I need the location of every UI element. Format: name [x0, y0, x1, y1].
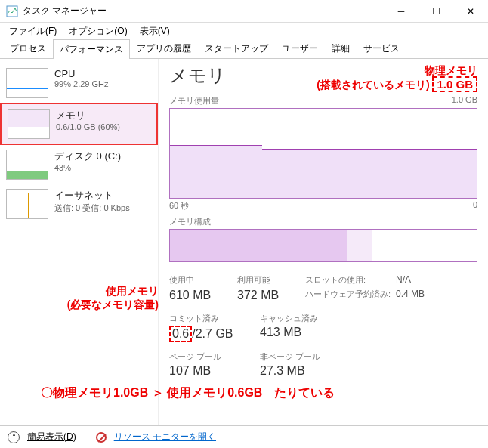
sidebar-item-memory[interactable]: メモリ 0.6/1.0 GB (60%)	[0, 103, 158, 145]
svg-rect-0	[7, 6, 17, 17]
tab-processes[interactable]: プロセス	[3, 39, 53, 58]
footer: ˄ 簡易表示(D) リソース モニターを開く	[0, 425, 488, 448]
sidebar-memory-title: メモリ	[56, 109, 120, 122]
main-title: メモリ	[169, 63, 226, 88]
window-controls: ─ ☐ ✕	[384, 0, 488, 23]
content: CPU 99% 2.29 GHz メモリ 0.6/1.0 GB (60%) ディ…	[0, 59, 488, 425]
sidebar-disk-title: ディスク 0 (C:)	[54, 150, 121, 163]
app-icon	[6, 5, 18, 17]
total-memory-value: 1.0 GB	[432, 76, 477, 92]
menubar: ファイル(F) オプション(O) 表示(V)	[0, 23, 488, 39]
sidebar-disk-sub: 43%	[54, 163, 121, 172]
tab-startup[interactable]: スタートアップ	[198, 39, 275, 58]
annotation-conclusion: 〇物理メモリ1.0GB ＞ 使用メモリ0.6GB たりている	[41, 385, 477, 401]
sidebar-item-disk[interactable]: ディスク 0 (C:) 43%	[0, 145, 158, 184]
annotation-used-line1: 使用メモリ	[38, 284, 159, 298]
window-title: タスク マネージャー	[23, 5, 384, 17]
sidebar-cpu-sub: 99% 2.29 GHz	[54, 79, 109, 88]
stats-grid-2: コミット済み キャッシュ済み 0.6/2.7 GB 413 MB ページ プール…	[169, 313, 477, 378]
annotation-used-memory: 使用メモリ (必要なメモリ容量)	[38, 284, 159, 311]
cpu-thumb-chart	[6, 68, 48, 98]
committed-label: コミット済み	[169, 313, 260, 324]
committed-value: 0.6/2.7 GB	[169, 326, 260, 342]
composition-label: メモリ構成	[169, 216, 477, 227]
tab-app-history[interactable]: アプリの履歴	[130, 39, 198, 58]
ethernet-thumb-chart	[6, 189, 48, 219]
minimize-button[interactable]: ─	[384, 0, 419, 23]
menu-file[interactable]: ファイル(F)	[5, 23, 61, 39]
usage-max: 1.0 GB	[452, 95, 477, 107]
sidebar-ethernet-title: イーサネット	[54, 189, 130, 202]
tab-services[interactable]: サービス	[357, 39, 406, 58]
nonpaged-label: 非ページ プール	[260, 351, 351, 363]
annotation-physical-memory: 物理メモリ (搭載されているメモリ) 1.0 GB	[317, 63, 477, 92]
sidebar-memory-sub: 0.6/1.0 GB (60%)	[56, 122, 120, 131]
x-axis-left: 60 秒	[169, 200, 189, 212]
annotation-line2-wrap: (搭載されているメモリ) 1.0 GB	[317, 77, 477, 92]
collapse-icon[interactable]: ˄	[8, 431, 20, 443]
main-panel: メモリ 物理メモリ (搭載されているメモリ) 1.0 GB メモリ使用量 1.0…	[159, 59, 488, 425]
titlebar: タスク マネージャー ─ ☐ ✕	[0, 0, 488, 23]
tab-users[interactable]: ユーザー	[275, 39, 325, 58]
in-use-label: 使用中	[169, 274, 237, 286]
paged-label: ページ プール	[169, 351, 260, 363]
memory-usage-fill	[170, 149, 477, 198]
cached-label: キャッシュ済み	[260, 313, 351, 324]
sidebar-cpu-title: CPU	[54, 68, 109, 79]
tab-details[interactable]: 詳細	[325, 39, 357, 58]
slots-value: N/A	[396, 274, 456, 286]
annotation-line1: 物理メモリ	[317, 63, 477, 77]
sidebar-item-ethernet[interactable]: イーサネット 送信: 0 受信: 0 Kbps	[0, 184, 158, 224]
nonpaged-value: 27.3 MB	[260, 364, 351, 378]
committed-rest: /2.7 GB	[192, 327, 233, 340]
usage-label: メモリ使用量	[169, 95, 219, 107]
available-label: 利用可能	[237, 274, 305, 286]
simple-view-link[interactable]: 簡易表示(D)	[27, 431, 76, 443]
resource-monitor-icon	[96, 432, 107, 443]
in-use-value: 610 MB	[169, 289, 237, 302]
memory-composition-chart[interactable]	[169, 229, 477, 262]
annotation-line2: (搭載されているメモリ)	[317, 79, 429, 91]
hw-reserved-label: ハードウェア予約済み:	[305, 289, 396, 302]
paged-value: 107 MB	[169, 364, 260, 378]
composition-free	[372, 230, 477, 261]
tab-performance[interactable]: パフォーマンス	[53, 39, 130, 59]
sidebar: CPU 99% 2.29 GHz メモリ 0.6/1.0 GB (60%) ディ…	[0, 59, 159, 425]
available-value: 372 MB	[237, 289, 305, 302]
memory-usage-chart[interactable]	[169, 108, 477, 199]
memory-thumb-chart	[8, 109, 50, 139]
x-axis-right: 0	[473, 200, 477, 212]
slots-label: スロットの使用:	[305, 274, 396, 286]
hw-reserved-value: 0.4 MB	[396, 289, 456, 302]
disk-thumb-chart	[6, 150, 48, 180]
stats-grid-1: 使用中 利用可能 スロットの使用: N/A 610 MB 372 MB ハードウ…	[169, 274, 477, 302]
maximize-button[interactable]: ☐	[419, 0, 453, 23]
sidebar-ethernet-sub: 送信: 0 受信: 0 Kbps	[54, 202, 130, 214]
sidebar-item-cpu[interactable]: CPU 99% 2.29 GHz	[0, 63, 158, 103]
tab-bar: プロセス パフォーマンス アプリの履歴 スタートアップ ユーザー 詳細 サービス	[0, 39, 488, 59]
cached-value: 413 MB	[260, 326, 351, 342]
annotation-used-line2: (必要なメモリ容量)	[38, 298, 159, 311]
composition-modified	[347, 230, 372, 261]
menu-options[interactable]: オプション(O)	[64, 23, 131, 39]
composition-used	[170, 230, 347, 261]
committed-highlight: 0.6	[169, 326, 192, 342]
menu-view[interactable]: 表示(V)	[135, 23, 175, 39]
close-button[interactable]: ✕	[453, 0, 488, 23]
resource-monitor-link[interactable]: リソース モニターを開く	[114, 431, 216, 443]
